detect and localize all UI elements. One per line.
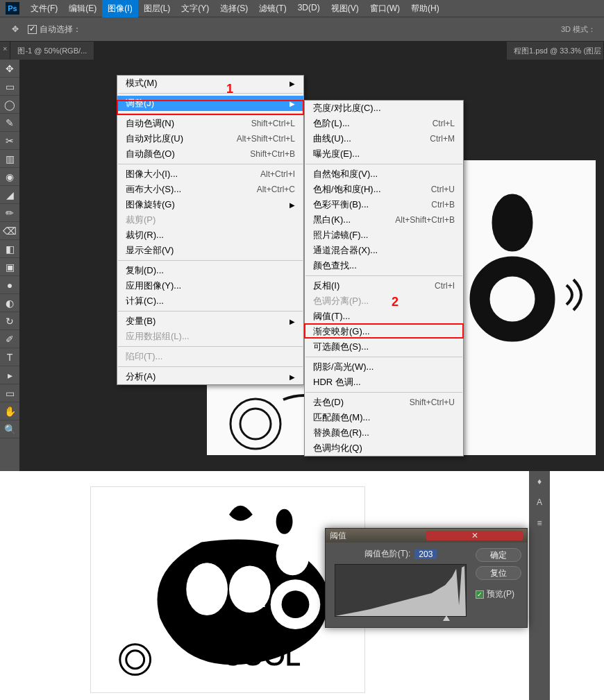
- menu-3[interactable]: 图层(L): [138, 0, 176, 17]
- tool-14[interactable]: ↻: [0, 312, 19, 330]
- tool-12[interactable]: ●: [0, 276, 19, 294]
- tool-2[interactable]: ◯: [0, 96, 19, 114]
- tool-13[interactable]: ◐: [0, 294, 19, 312]
- menu-item[interactable]: 渐变映射(G)...: [305, 324, 463, 339]
- auto-select-checkbox[interactable]: [28, 25, 37, 34]
- tool-8[interactable]: ✏: [0, 204, 19, 222]
- menu-item[interactable]: 自然饱和度(V)...: [305, 167, 463, 182]
- ok-button[interactable]: 确定: [476, 548, 521, 562]
- panel-icon-1[interactable]: ♦: [537, 477, 542, 486]
- tool-5[interactable]: ▥: [0, 150, 19, 168]
- tool-17[interactable]: ▸: [0, 366, 19, 384]
- panel-icon-3[interactable]: ≡: [537, 518, 542, 528]
- preview-label: 预览(P): [487, 588, 514, 600]
- tool-11[interactable]: ▣: [0, 258, 19, 276]
- menu-item[interactable]: 阈值(T)...: [305, 309, 463, 324]
- menu-item[interactable]: 自动对比度(U)Alt+Shift+Ctrl+L: [117, 131, 303, 146]
- callout-2: 2: [392, 295, 399, 309]
- menu-item[interactable]: 图像大小(I)...Alt+Ctrl+I: [117, 167, 303, 182]
- menu-item[interactable]: 画布大小(S)...Alt+Ctrl+C: [117, 182, 303, 197]
- menu-item[interactable]: 黑白(K)...Alt+Shift+Ctrl+B: [305, 212, 463, 228]
- menu-item[interactable]: 调整(J)▶: [117, 96, 303, 111]
- tool-18[interactable]: ▭: [0, 384, 19, 402]
- menu-item[interactable]: HDR 色调...: [305, 375, 463, 390]
- menu-item[interactable]: 色彩平衡(B)...Ctrl+B: [305, 197, 463, 212]
- tool-1[interactable]: ▭: [0, 78, 19, 96]
- tab-close-icon[interactable]: ×: [0, 42, 10, 60]
- menu-item[interactable]: 去色(D)Shift+Ctrl+U: [305, 395, 463, 410]
- menu-item[interactable]: 颜色查找...: [305, 258, 463, 273]
- menu-8[interactable]: 视图(V): [326, 0, 364, 17]
- adjustments-submenu-popup: 亮度/对比度(C)...色阶(L)...Ctrl+L曲线(U)...Ctrl+M…: [304, 100, 464, 456]
- menu-7[interactable]: 3D(D): [292, 0, 326, 17]
- panel-icon-2[interactable]: A: [537, 497, 542, 507]
- tool-3[interactable]: ✎: [0, 114, 19, 132]
- tool-15[interactable]: ✐: [0, 330, 19, 348]
- reset-button[interactable]: 复位: [476, 566, 521, 580]
- menu-item[interactable]: 自动颜色(O)Shift+Ctrl+B: [117, 146, 303, 162]
- menu-2[interactable]: 图像(I): [102, 0, 137, 17]
- chevron-right-icon: ▶: [290, 318, 295, 325]
- threshold-input[interactable]: 203: [414, 549, 437, 559]
- menu-6[interactable]: 滤镜(T): [253, 0, 292, 17]
- document-tabs: × 图-1 @ 50%(RGB/... 程图1.psd @ 33.3% (图层 …: [0, 42, 604, 60]
- histogram: [335, 564, 467, 617]
- svg-point-8: [276, 537, 310, 576]
- menu-item[interactable]: 阴影/高光(W)...: [305, 359, 463, 375]
- close-icon[interactable]: ✕: [426, 531, 523, 540]
- tool-0[interactable]: ✥: [0, 60, 19, 78]
- svg-point-3: [230, 399, 280, 449]
- menu-item[interactable]: 可选颜色(S)...: [305, 339, 463, 355]
- menu-item[interactable]: 匹配颜色(M)...: [305, 410, 463, 425]
- menu-item[interactable]: 图像旋转(G)▶: [117, 197, 303, 212]
- tool-6[interactable]: ◉: [0, 168, 19, 186]
- move-tool-icon: ✥: [8, 22, 22, 36]
- menu-item[interactable]: 通道混合器(X)...: [305, 243, 463, 258]
- menu-item[interactable]: 色阶(L)...Ctrl+L: [305, 116, 463, 131]
- menu-item[interactable]: 模式(M)▶: [117, 76, 303, 91]
- menu-item[interactable]: 应用图像(Y)...: [117, 278, 303, 293]
- tool-19[interactable]: ✋: [0, 402, 19, 420]
- threshold-slider[interactable]: [335, 617, 467, 624]
- menu-item[interactable]: 色调均化(Q): [305, 441, 463, 456]
- menu-4[interactable]: 文字(Y): [176, 0, 215, 17]
- menu-item[interactable]: 裁切(R)...: [117, 228, 303, 243]
- menu-item[interactable]: 变量(B)▶: [117, 314, 303, 329]
- menu-item[interactable]: 反相(I)Ctrl+I: [305, 278, 463, 293]
- tool-10[interactable]: ◧: [0, 240, 19, 258]
- svg-point-13: [126, 651, 144, 669]
- app-titlebar: Ps 文件(F)编辑(E)图像(I)图层(L)文字(Y)选择(S)滤镜(T)3D…: [0, 0, 604, 17]
- auto-select-label: 自动选择：: [40, 24, 81, 35]
- document-tab-right[interactable]: 程图1.psd @ 33.3% (图层 2, ...: [507, 42, 604, 60]
- menu-5[interactable]: 选择(S): [215, 0, 253, 17]
- menu-item[interactable]: 显示全部(V): [117, 243, 303, 258]
- svg-point-12: [120, 644, 151, 675]
- 3d-mode-label: 3D 模式：: [561, 24, 596, 35]
- menu-item[interactable]: 分析(A)▶: [117, 369, 303, 384]
- menu-item[interactable]: 色相/饱和度(H)...Ctrl+U: [305, 182, 463, 197]
- menu-item[interactable]: 自动色调(N)Shift+Ctrl+L: [117, 116, 303, 131]
- menu-0[interactable]: 文件(F): [25, 0, 63, 17]
- tool-16[interactable]: T: [0, 348, 19, 366]
- menu-item[interactable]: 曲线(U)...Ctrl+M: [305, 131, 463, 146]
- dialog-titlebar[interactable]: 阈值 ✕: [326, 529, 527, 543]
- menu-10[interactable]: 帮助(H): [405, 0, 445, 17]
- menu-9[interactable]: 窗口(W): [364, 0, 405, 17]
- main-menu-bar: 文件(F)编辑(E)图像(I)图层(L)文字(Y)选择(S)滤镜(T)3D(D)…: [25, 0, 445, 17]
- lower-panel: COOL ♦ A ≡ 阈值 ✕ 阈值色阶(T): 203: [0, 471, 604, 700]
- menu-item[interactable]: 复制(D)...: [117, 263, 303, 278]
- tool-20[interactable]: 🔍: [0, 420, 19, 438]
- menu-item[interactable]: 照片滤镜(F)...: [305, 228, 463, 243]
- tool-9[interactable]: ⌫: [0, 222, 19, 240]
- menu-item[interactable]: 亮度/对比度(C)...: [305, 101, 463, 116]
- menu-item[interactable]: 曝光度(E)...: [305, 146, 463, 162]
- tool-7[interactable]: ◢: [0, 186, 19, 204]
- svg-marker-14: [335, 566, 466, 616]
- tool-palette: ✥▭◯✎✂▥◉◢✏⌫◧▣●◐↻✐T▸▭✋🔍: [0, 60, 19, 471]
- preview-checkbox[interactable]: ✓ 预览(P): [476, 588, 521, 600]
- menu-item[interactable]: 计算(C)...: [117, 293, 303, 309]
- document-tab-left[interactable]: 图-1 @ 50%(RGB/...: [10, 42, 94, 60]
- tool-4[interactable]: ✂: [0, 132, 19, 150]
- menu-item[interactable]: 替换颜色(R)...: [305, 425, 463, 441]
- menu-1[interactable]: 编辑(E): [63, 0, 102, 17]
